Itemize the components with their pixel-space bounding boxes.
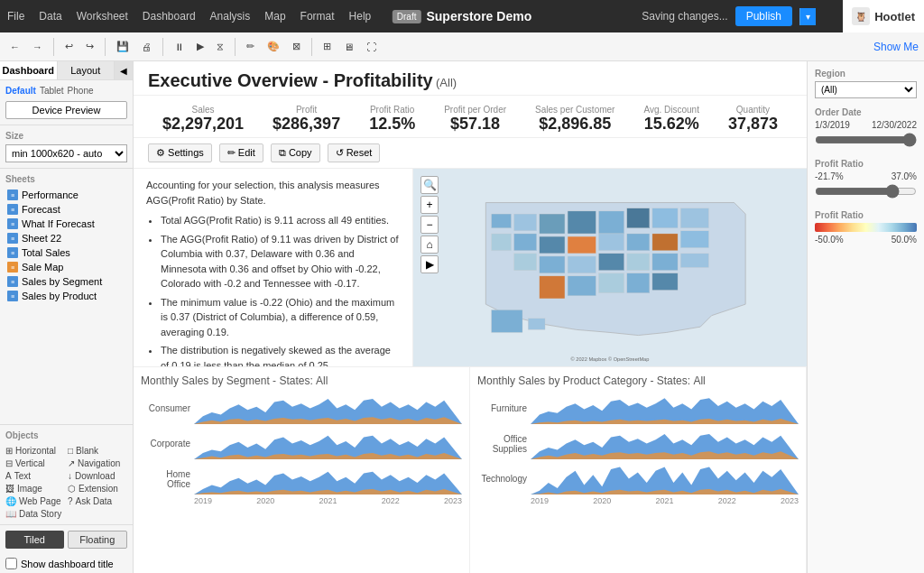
menu-worksheet[interactable]: Worksheet bbox=[77, 10, 128, 23]
object-item[interactable]: 🌐Web Page bbox=[5, 496, 65, 506]
hootlet-widget[interactable]: 🦉 Hootlet bbox=[843, 0, 924, 32]
size-section: Size min 1000x620 - auto bbox=[0, 125, 133, 168]
publish-button[interactable]: Publish bbox=[735, 6, 792, 26]
publish-dropdown-button[interactable]: ▾ bbox=[799, 8, 816, 25]
svg-rect-7 bbox=[652, 208, 678, 228]
kpi-sales-per-customer-label: Sales per Customer bbox=[535, 105, 614, 115]
sheets-list: ≡Performance≡Forecast≡What If Forecast≡S… bbox=[5, 188, 127, 303]
map-area[interactable]: © 2022 Mapbox © OpenStreetMap 🔍 + − ⌂ ▶ bbox=[413, 169, 807, 366]
sidebar-tab-dashboard[interactable]: Dashboard bbox=[0, 61, 58, 79]
toolbar-device[interactable]: 🖥 bbox=[339, 39, 358, 55]
sheet-item[interactable]: ≡Sales by Segment bbox=[5, 274, 127, 289]
sheet-item[interactable]: ≡Sale Map bbox=[5, 260, 127, 274]
kpi-avg-discount-value: 15.62% bbox=[643, 115, 699, 134]
object-item[interactable]: ⊟Vertical bbox=[5, 458, 65, 468]
menu-format[interactable]: Format bbox=[300, 10, 335, 23]
object-item[interactable]: AText bbox=[5, 471, 65, 481]
device-tablet[interactable]: Tablet bbox=[40, 86, 64, 96]
toolbar-print[interactable]: 🖨 bbox=[137, 39, 156, 55]
settings-button[interactable]: ⚙ Settings bbox=[148, 143, 212, 162]
map-search-button[interactable]: 🔍 bbox=[420, 176, 439, 194]
kpi-sales-per-customer-value: $2,896.85 bbox=[535, 115, 614, 134]
edit-button[interactable]: ✏ Edit bbox=[219, 143, 263, 162]
dashboard-title: Executive Overview - Profitability bbox=[148, 70, 433, 90]
technology-label: Technology bbox=[477, 474, 527, 484]
map-home-button[interactable]: ⌂ bbox=[420, 236, 439, 254]
consumer-chart bbox=[194, 393, 462, 424]
sheet-item[interactable]: ≡Forecast bbox=[5, 202, 127, 217]
toolbar-back[interactable]: ← bbox=[5, 39, 24, 55]
menu-map[interactable]: Map bbox=[264, 10, 285, 23]
object-item[interactable]: ⊞Horizontal bbox=[5, 446, 65, 456]
toolbar-highlight[interactable]: ✏ bbox=[242, 38, 259, 55]
reset-button[interactable]: ↺ Reset bbox=[328, 143, 381, 162]
device-preview-button[interactable]: Device Preview bbox=[5, 101, 127, 119]
size-select[interactable]: min 1000x620 - auto bbox=[5, 144, 127, 162]
object-item[interactable]: ⬡Extension bbox=[68, 484, 127, 494]
toolbar-forward[interactable]: → bbox=[28, 39, 47, 55]
toolbar-redo[interactable]: ↪ bbox=[81, 38, 98, 55]
sheet-item[interactable]: ≡Total Sales bbox=[5, 245, 127, 260]
technology-chart-row: Technology bbox=[477, 463, 799, 494]
toolbar-play[interactable]: ▶ bbox=[192, 38, 208, 55]
object-item[interactable]: ↓Download bbox=[68, 471, 127, 481]
menu-analysis[interactable]: Analysis bbox=[210, 10, 251, 23]
profit-ratio2-filter: Profit Ratio -50.0% 50.0% bbox=[815, 210, 917, 245]
sheet-item[interactable]: ≡Performance bbox=[5, 188, 127, 202]
object-item[interactable]: 🖼Image bbox=[5, 484, 65, 494]
toolbar-filter[interactable]: ⧖ bbox=[212, 38, 228, 55]
kpi-profit-label: Profit bbox=[273, 105, 340, 115]
svg-rect-6 bbox=[627, 208, 650, 228]
device-phone[interactable]: Phone bbox=[68, 86, 94, 96]
sidebar-collapse[interactable]: ◀ bbox=[115, 61, 133, 79]
consumer-chart-row: Consumer bbox=[141, 393, 462, 424]
sheet-item[interactable]: ≡What If Forecast bbox=[5, 217, 127, 231]
object-icon: ↗ bbox=[68, 458, 75, 468]
toolbar-size[interactable]: ⊠ bbox=[288, 38, 305, 55]
profit-ratio-slider[interactable] bbox=[815, 184, 917, 199]
show-me-button[interactable]: Show Me bbox=[873, 41, 919, 53]
object-item[interactable]: □Blank bbox=[68, 446, 127, 456]
object-item[interactable]: ↗Navigation bbox=[68, 458, 127, 468]
svg-rect-1 bbox=[492, 214, 512, 228]
toolbar-undo[interactable]: ↩ bbox=[60, 38, 78, 55]
copy-button[interactable]: ⧉ Copy bbox=[271, 143, 320, 162]
map-zoom-out-button[interactable]: − bbox=[420, 216, 439, 234]
object-icon: ⊟ bbox=[5, 458, 13, 468]
floating-button[interactable]: Floating bbox=[68, 531, 128, 549]
main-area: Dashboard Layout ◀ Default Tablet Phone … bbox=[0, 61, 924, 573]
tiled-button[interactable]: Tiled bbox=[5, 531, 64, 549]
map-zoom-in-button[interactable]: + bbox=[420, 196, 439, 214]
right-chart-title: Monthly Sales by Product Category - Stat… bbox=[477, 374, 799, 387]
object-icon: ⬡ bbox=[68, 484, 76, 494]
region-select[interactable]: (All) bbox=[815, 81, 917, 98]
svg-rect-11 bbox=[540, 236, 565, 254]
svg-rect-30 bbox=[528, 319, 545, 330]
order-date-slider[interactable] bbox=[815, 133, 917, 147]
menu-help[interactable]: Help bbox=[349, 10, 372, 23]
toolbar-color[interactable]: 🎨 bbox=[263, 38, 284, 55]
menu-dashboard[interactable]: Dashboard bbox=[143, 10, 196, 23]
object-item[interactable]: ?Ask Data bbox=[68, 496, 127, 506]
menu-data[interactable]: Data bbox=[39, 10, 61, 23]
toolbar-present[interactable]: ⛶ bbox=[362, 39, 381, 55]
kpi-avg-discount: Avg. Discount 15.62% bbox=[643, 105, 699, 134]
device-default[interactable]: Default bbox=[5, 86, 36, 96]
order-date-start: 1/3/2019 bbox=[815, 120, 850, 130]
sidebar-tab-layout[interactable]: Layout bbox=[58, 61, 116, 79]
furniture-chart bbox=[531, 393, 799, 424]
toolbar-pause[interactable]: ⏸ bbox=[170, 39, 189, 55]
kpi-profit-ratio-value: 12.5% bbox=[369, 115, 415, 134]
object-item[interactable]: 📖Data Story bbox=[5, 509, 65, 519]
sheet-item[interactable]: ≡Sheet 22 bbox=[5, 231, 127, 245]
toolbar-sep-2 bbox=[105, 38, 106, 56]
svg-rect-23 bbox=[680, 254, 708, 268]
map-pan-button[interactable]: ▶ bbox=[420, 255, 439, 273]
toolbar-save[interactable]: 💾 bbox=[112, 38, 134, 55]
sheet-item[interactable]: ≡Sales by Product bbox=[5, 289, 127, 303]
home-office-chart-row: Home Office bbox=[141, 463, 462, 494]
corporate-chart bbox=[194, 428, 462, 459]
toolbar-view[interactable]: ⊞ bbox=[319, 38, 336, 55]
show-title-checkbox[interactable] bbox=[5, 558, 17, 569]
menu-file[interactable]: File bbox=[7, 10, 24, 23]
